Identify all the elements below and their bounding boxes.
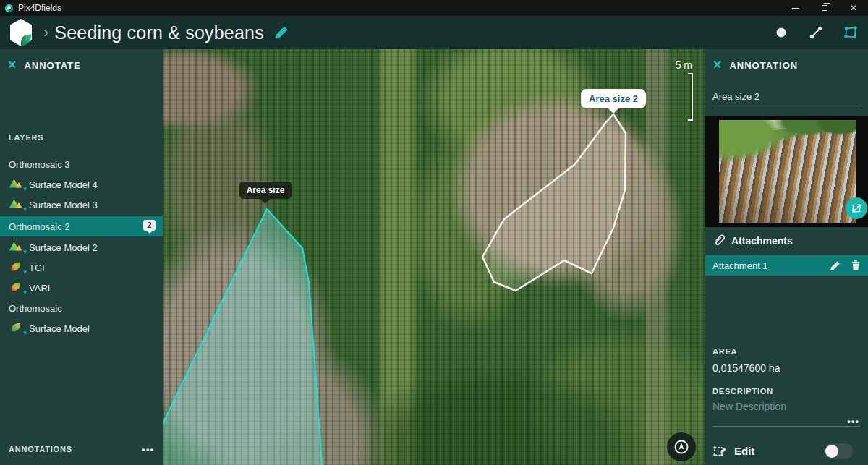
description-label: DESCRIPTION <box>712 387 773 396</box>
pix4d-cube-logo-icon[interactable] <box>7 18 35 47</box>
window-title: Pix4Dfields <box>18 3 61 13</box>
os-titlebar: Pix4Dfields ✕ <box>0 0 868 16</box>
layer-item[interactable]: Orthomosaic 3 <box>0 154 163 174</box>
chevron-down-icon: ▾ <box>23 248 27 255</box>
area-size-2-polygon[interactable] <box>482 114 626 291</box>
close-annotation-panel-icon[interactable]: ✕ <box>712 59 722 71</box>
edit-mode-toggle[interactable] <box>824 443 853 459</box>
layer-item[interactable]: ▾ Surface Model 4 <box>0 174 163 195</box>
marker-circle-icon <box>775 27 787 38</box>
annotation-polygons-layer <box>163 49 705 465</box>
divider <box>712 108 861 108</box>
delete-trash-icon[interactable] <box>851 260 861 271</box>
layer-item[interactable]: ▾ TGI <box>0 257 163 278</box>
layer-item[interactable]: ▾ Surface Model 3 <box>0 195 163 215</box>
surface-model-icon: ▾ <box>9 198 29 211</box>
scale-text: 5 m <box>676 59 692 71</box>
edit-polygon-icon <box>713 444 727 458</box>
surface-model-leaf-icon: ▾ <box>9 322 29 335</box>
layer-item[interactable]: ▾ Surface Model <box>0 318 163 338</box>
edit-row: Edit <box>705 437 868 465</box>
expand-icon <box>851 202 862 214</box>
minimize-button[interactable] <box>781 0 810 16</box>
line-measure-tool-button[interactable] <box>807 24 825 41</box>
attachment-list-item-selected[interactable]: Attachment 1 <box>705 255 868 276</box>
annotation-count-badge: 2 <box>143 220 156 231</box>
attachment-photo-thumbnail[interactable] <box>719 120 856 223</box>
chevron-down-icon: ▾ <box>23 205 27 213</box>
polygon-area-tool-button[interactable] <box>842 24 859 41</box>
area-value: 0,01547600 ha <box>712 362 780 374</box>
app-window: Pix4Dfields ✕ › Seeding corn & soybeans <box>0 0 868 465</box>
annotation-name: Area size 2 <box>712 91 760 102</box>
divider <box>712 426 861 427</box>
chevron-down-icon: ▾ <box>23 268 27 276</box>
toggle-knob <box>825 445 838 458</box>
attachments-title: Attachments <box>731 235 793 247</box>
edit-title-pencil-icon[interactable] <box>274 25 289 40</box>
chevron-down-icon: ▾ <box>23 329 27 336</box>
chevron-down-icon: ▾ <box>23 185 27 192</box>
chevron-down-icon: ▾ <box>23 289 27 296</box>
close-icon: ✕ <box>850 3 857 13</box>
layer-item-selected[interactable]: Orthomosaic 2 2 <box>0 216 163 236</box>
edit-mode-label: Edit <box>734 445 754 457</box>
restore-button[interactable] <box>810 0 839 16</box>
index-leaf-icon: ▾ <box>9 281 29 294</box>
annotate-panel: ✕ ANNOTATE LAYERS Orthomosaic 3 ▾ Surfac… <box>0 49 163 465</box>
restore-icon <box>822 5 827 11</box>
close-button[interactable]: ✕ <box>839 0 868 16</box>
layer-item[interactable]: ▾ VARI <box>0 278 163 298</box>
annotations-menu-icon[interactable]: ••• <box>142 445 154 454</box>
polygon-tool-icon <box>843 25 859 40</box>
annotate-panel-title: ANNOTATE <box>24 60 80 71</box>
description-input[interactable] <box>712 401 857 412</box>
expand-photo-button[interactable] <box>846 197 867 219</box>
surface-model-icon: ▾ <box>9 241 29 254</box>
line-tool-icon <box>809 25 823 40</box>
rename-pencil-icon[interactable] <box>830 260 841 271</box>
area-size-polygon[interactable] <box>163 209 323 465</box>
map-canvas[interactable]: Area size Area size 2 5 m <box>163 49 705 465</box>
project-title: Seeding corn & soybeans <box>54 22 264 43</box>
layers-section-label: LAYERS <box>9 133 43 142</box>
close-annotate-panel-icon[interactable]: ✕ <box>7 59 17 71</box>
index-leaf-icon: ▾ <box>9 261 29 274</box>
layer-item[interactable]: Orthomosaic <box>0 298 163 318</box>
compass-button[interactable] <box>667 432 696 461</box>
breadcrumb-chevron-icon: › <box>43 23 48 42</box>
area-size-2-label-bubble[interactable]: Area size 2 <box>581 89 646 108</box>
compass-icon <box>673 439 689 455</box>
layer-item[interactable]: ▾ Surface Model 2 <box>0 237 163 257</box>
area-label: AREA <box>712 347 737 356</box>
minimize-icon <box>792 8 799 9</box>
annotation-panel-title: ANNOTATION <box>729 60 798 71</box>
annotation-detail-panel: ✕ ANNOTATION Area size 2 Attachments •••… <box>705 49 868 465</box>
surface-model-icon: ▾ <box>9 178 29 191</box>
app-header: › Seeding corn & soybeans <box>0 16 868 49</box>
map-scale-bar: 5 m <box>676 59 692 71</box>
attachments-menu-icon[interactable]: ••• <box>847 417 859 426</box>
attachment-photo-strip <box>705 116 868 227</box>
scale-bracket <box>688 73 693 121</box>
annotations-section-label: ANNOTATIONS <box>9 445 72 453</box>
app-logo-small-icon <box>4 4 14 13</box>
area-size-label-bubble[interactable]: Area size <box>239 182 292 199</box>
paperclip-icon <box>712 234 726 248</box>
marker-tool-button[interactable] <box>773 24 790 41</box>
